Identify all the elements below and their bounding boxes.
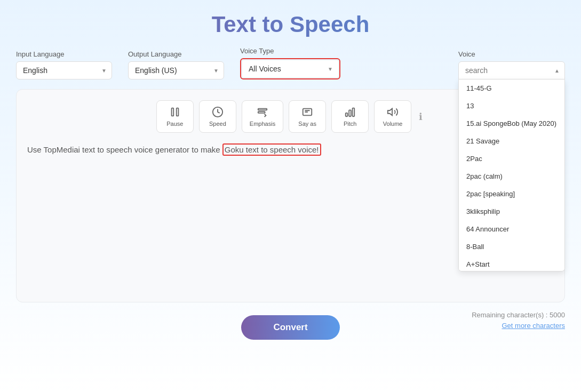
voice-search-wrapper: 11-45-G 13 15.ai SpongeBob (May 2020) 21… [458, 61, 565, 79]
input-language-select[interactable]: English Spanish French [16, 61, 112, 79]
svg-rect-5 [346, 113, 348, 116]
voice-label: Voice [458, 50, 565, 58]
speed-icon [212, 106, 224, 118]
voice-dropdown: 11-45-G 13 15.ai SpongeBob (May 2020) 21… [458, 79, 565, 271]
voice-type-label: Voice Type [240, 47, 340, 55]
pause-button[interactable]: Pause [156, 100, 194, 133]
voice-item-3kliksphilip[interactable]: 3kliksphilip [459, 203, 564, 220]
output-language-select-wrapper: English (US) English (UK) [128, 61, 224, 79]
svg-rect-7 [353, 108, 355, 117]
voice-item-aplus-start[interactable]: A+Start [459, 255, 564, 271]
convert-button[interactable]: Convert [241, 315, 339, 340]
svg-rect-0 [171, 108, 173, 116]
svg-marker-8 [388, 109, 392, 116]
volume-button[interactable]: Volume [374, 100, 411, 133]
svg-rect-1 [177, 108, 179, 116]
pitch-icon [344, 106, 356, 118]
voice-item-8-ball[interactable]: 8-Ball [459, 238, 564, 255]
pause-icon [169, 106, 181, 118]
editor-text-before: Use TopMediai text to speech voice gener… [27, 145, 222, 154]
voice-item-15ai[interactable]: 15.ai SpongeBob (May 2020) [459, 115, 564, 132]
voice-item-2pac-calm[interactable]: 2pac (calm) [459, 167, 564, 185]
svg-rect-3 [258, 111, 265, 113]
editor-text-highlight: Goku text to speech voice! [222, 143, 321, 156]
voice-search-input[interactable] [458, 61, 565, 79]
voice-item-11-45-g[interactable]: 11-45-G [459, 79, 564, 97]
voice-type-border: All Voices Male Female [240, 58, 340, 79]
info-icon: ℹ [417, 111, 425, 123]
emphasis-icon [257, 106, 268, 118]
svg-rect-6 [349, 110, 351, 116]
page-title: Text to Speech [0, 0, 581, 47]
remaining-chars: Remaining character(s) : 5000 [472, 311, 565, 319]
voice-item-13[interactable]: 13 [459, 97, 564, 115]
say-as-icon [301, 106, 313, 118]
speed-button[interactable]: Speed [199, 100, 236, 133]
input-language-label: Input Language [16, 50, 112, 58]
input-language-select-wrapper: English Spanish French [16, 61, 112, 79]
voice-item-21-savage[interactable]: 21 Savage [459, 132, 564, 150]
pitch-button[interactable]: Pitch [331, 100, 369, 133]
voice-type-select[interactable]: All Voices Male Female [242, 60, 338, 77]
voice-item-2pac[interactable]: 2Pac [459, 150, 564, 167]
say-as-button[interactable]: Say as [289, 100, 326, 133]
output-language-label: Output Language [128, 50, 224, 58]
voice-item-2pac-speaking[interactable]: 2pac [speaking] [459, 185, 564, 203]
output-language-select[interactable]: English (US) English (UK) [128, 61, 224, 79]
get-more-characters-link[interactable]: Get more characters [382, 322, 565, 330]
voice-item-64-announcer[interactable]: 64 Announcer [459, 220, 564, 238]
emphasis-button[interactable]: Emphasis [242, 100, 283, 133]
voice-type-select-wrapper: All Voices Male Female [242, 60, 338, 77]
svg-rect-2 [258, 109, 267, 110]
volume-icon [387, 106, 399, 118]
